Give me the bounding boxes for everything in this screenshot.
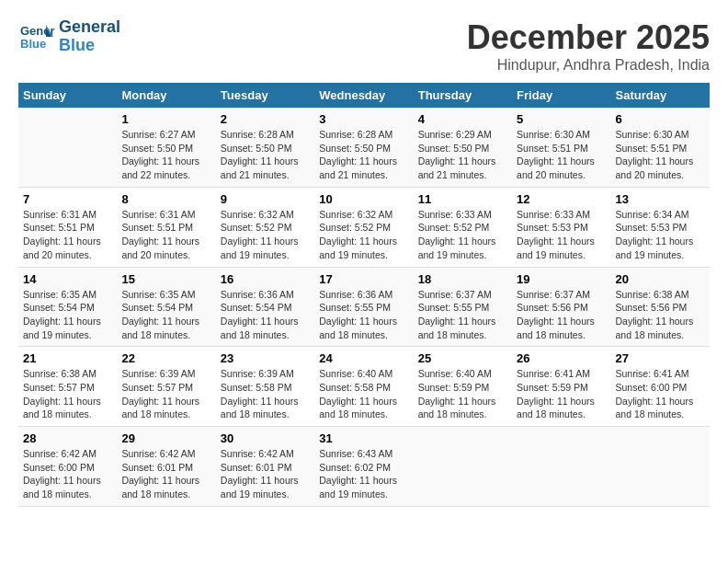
- header-monday: Monday: [117, 83, 215, 108]
- calendar-cell: 2Sunrise: 6:28 AM Sunset: 5:50 PM Daylig…: [216, 108, 314, 187]
- calendar-week-3: 14Sunrise: 6:35 AM Sunset: 5:54 PM Dayli…: [18, 267, 710, 347]
- day-number: 7: [23, 192, 112, 206]
- calendar-cell: 19Sunrise: 6:37 AM Sunset: 5:56 PM Dayli…: [512, 267, 610, 347]
- day-info: Sunrise: 6:35 AM Sunset: 5:54 PM Dayligh…: [121, 288, 210, 342]
- calendar-cell: 16Sunrise: 6:36 AM Sunset: 5:54 PM Dayli…: [216, 267, 314, 347]
- day-number: 25: [418, 351, 507, 365]
- day-info: Sunrise: 6:39 AM Sunset: 5:58 PM Dayligh…: [221, 367, 310, 421]
- day-info: Sunrise: 6:42 AM Sunset: 6:01 PM Dayligh…: [221, 447, 310, 501]
- logo-text: General Blue: [59, 18, 120, 55]
- calendar-cell: 20Sunrise: 6:38 AM Sunset: 5:56 PM Dayli…: [611, 267, 710, 347]
- day-info: Sunrise: 6:32 AM Sunset: 5:52 PM Dayligh…: [221, 208, 310, 262]
- day-info: Sunrise: 6:35 AM Sunset: 5:54 PM Dayligh…: [23, 288, 112, 342]
- header-saturday: Saturday: [611, 83, 710, 108]
- day-number: 9: [221, 192, 310, 206]
- day-number: 19: [517, 272, 606, 286]
- calendar-cell: 5Sunrise: 6:30 AM Sunset: 5:51 PM Daylig…: [512, 108, 610, 187]
- day-number: 29: [121, 431, 210, 445]
- day-info: Sunrise: 6:33 AM Sunset: 5:52 PM Dayligh…: [418, 208, 507, 262]
- day-info: Sunrise: 6:30 AM Sunset: 5:51 PM Dayligh…: [517, 128, 606, 182]
- day-info: Sunrise: 6:37 AM Sunset: 5:56 PM Dayligh…: [517, 288, 606, 342]
- calendar-week-1: 1Sunrise: 6:27 AM Sunset: 5:50 PM Daylig…: [18, 108, 710, 187]
- day-number: 30: [221, 431, 310, 445]
- title-area: December 2025 Hindupur, Andhra Pradesh, …: [467, 18, 710, 74]
- day-number: 6: [616, 112, 705, 126]
- day-number: 11: [418, 192, 507, 206]
- header-sunday: Sunday: [18, 83, 117, 108]
- day-number: 21: [23, 351, 112, 365]
- calendar-week-4: 21Sunrise: 6:38 AM Sunset: 5:57 PM Dayli…: [18, 347, 710, 427]
- day-number: 28: [23, 431, 112, 445]
- svg-text:Blue: Blue: [20, 37, 46, 51]
- day-number: 27: [616, 351, 705, 365]
- calendar-cell: [18, 108, 117, 187]
- day-info: Sunrise: 6:32 AM Sunset: 5:52 PM Dayligh…: [319, 208, 408, 262]
- day-info: Sunrise: 6:38 AM Sunset: 5:57 PM Dayligh…: [23, 367, 112, 421]
- day-info: Sunrise: 6:40 AM Sunset: 5:59 PM Dayligh…: [418, 367, 507, 421]
- header-tuesday: Tuesday: [216, 83, 314, 108]
- calendar-cell: 1Sunrise: 6:27 AM Sunset: 5:50 PM Daylig…: [117, 108, 215, 187]
- calendar-cell: 29Sunrise: 6:42 AM Sunset: 6:01 PM Dayli…: [117, 427, 215, 507]
- day-info: Sunrise: 6:40 AM Sunset: 5:58 PM Dayligh…: [319, 367, 408, 421]
- calendar-cell: 28Sunrise: 6:42 AM Sunset: 6:00 PM Dayli…: [18, 427, 117, 507]
- calendar-cell: 24Sunrise: 6:40 AM Sunset: 5:58 PM Dayli…: [314, 347, 413, 427]
- day-number: 2: [221, 112, 310, 126]
- day-info: Sunrise: 6:29 AM Sunset: 5:50 PM Dayligh…: [418, 128, 507, 182]
- calendar-week-2: 7Sunrise: 6:31 AM Sunset: 5:51 PM Daylig…: [18, 187, 710, 267]
- calendar-cell: 23Sunrise: 6:39 AM Sunset: 5:58 PM Dayli…: [216, 347, 314, 427]
- day-info: Sunrise: 6:38 AM Sunset: 5:56 PM Dayligh…: [616, 288, 705, 342]
- day-number: 5: [517, 112, 606, 126]
- calendar-cell: 3Sunrise: 6:28 AM Sunset: 5:50 PM Daylig…: [314, 108, 413, 187]
- calendar-body: 1Sunrise: 6:27 AM Sunset: 5:50 PM Daylig…: [18, 108, 710, 506]
- day-info: Sunrise: 6:34 AM Sunset: 5:53 PM Dayligh…: [616, 208, 705, 262]
- calendar-cell: 12Sunrise: 6:33 AM Sunset: 5:53 PM Dayli…: [512, 187, 610, 267]
- day-number: 4: [418, 112, 507, 126]
- day-number: 23: [221, 351, 310, 365]
- day-info: Sunrise: 6:28 AM Sunset: 5:50 PM Dayligh…: [221, 128, 310, 182]
- day-number: 26: [517, 351, 606, 365]
- calendar-cell: [414, 427, 512, 507]
- logo: General Blue General Blue: [18, 18, 120, 55]
- calendar-cell: 14Sunrise: 6:35 AM Sunset: 5:54 PM Dayli…: [18, 267, 117, 347]
- day-number: 17: [319, 272, 408, 286]
- day-number: 18: [418, 272, 507, 286]
- day-number: 15: [121, 272, 210, 286]
- calendar-cell: 30Sunrise: 6:42 AM Sunset: 6:01 PM Dayli…: [216, 427, 314, 507]
- day-info: Sunrise: 6:37 AM Sunset: 5:55 PM Dayligh…: [418, 288, 507, 342]
- calendar-cell: 11Sunrise: 6:33 AM Sunset: 5:52 PM Dayli…: [414, 187, 512, 267]
- header-wednesday: Wednesday: [314, 83, 413, 108]
- calendar-cell: 7Sunrise: 6:31 AM Sunset: 5:51 PM Daylig…: [18, 187, 117, 267]
- calendar-cell: 21Sunrise: 6:38 AM Sunset: 5:57 PM Dayli…: [18, 347, 117, 427]
- day-number: 10: [319, 192, 408, 206]
- calendar-cell: 13Sunrise: 6:34 AM Sunset: 5:53 PM Dayli…: [611, 187, 710, 267]
- month-title: December 2025: [467, 18, 710, 57]
- day-number: 13: [616, 192, 705, 206]
- calendar-cell: 9Sunrise: 6:32 AM Sunset: 5:52 PM Daylig…: [216, 187, 314, 267]
- day-number: 1: [121, 112, 210, 126]
- day-info: Sunrise: 6:39 AM Sunset: 5:57 PM Dayligh…: [121, 367, 210, 421]
- calendar-cell: 6Sunrise: 6:30 AM Sunset: 5:51 PM Daylig…: [611, 108, 710, 187]
- day-number: 12: [517, 192, 606, 206]
- calendar-week-5: 28Sunrise: 6:42 AM Sunset: 6:00 PM Dayli…: [18, 427, 710, 507]
- calendar-cell: 27Sunrise: 6:41 AM Sunset: 6:00 PM Dayli…: [611, 347, 710, 427]
- header-friday: Friday: [512, 83, 610, 108]
- calendar-table: SundayMondayTuesdayWednesdayThursdayFrid…: [18, 83, 710, 507]
- calendar-cell: 10Sunrise: 6:32 AM Sunset: 5:52 PM Dayli…: [314, 187, 413, 267]
- day-number: 8: [121, 192, 210, 206]
- calendar-cell: 17Sunrise: 6:36 AM Sunset: 5:55 PM Dayli…: [314, 267, 413, 347]
- calendar-cell: 31Sunrise: 6:43 AM Sunset: 6:02 PM Dayli…: [314, 427, 413, 507]
- day-info: Sunrise: 6:41 AM Sunset: 6:00 PM Dayligh…: [616, 367, 705, 421]
- calendar-cell: 22Sunrise: 6:39 AM Sunset: 5:57 PM Dayli…: [117, 347, 215, 427]
- day-info: Sunrise: 6:42 AM Sunset: 6:00 PM Dayligh…: [23, 447, 112, 501]
- day-info: Sunrise: 6:42 AM Sunset: 6:01 PM Dayligh…: [121, 447, 210, 501]
- day-number: 22: [121, 351, 210, 365]
- day-info: Sunrise: 6:30 AM Sunset: 5:51 PM Dayligh…: [616, 128, 705, 182]
- day-number: 3: [319, 112, 408, 126]
- calendar-cell: 25Sunrise: 6:40 AM Sunset: 5:59 PM Dayli…: [414, 347, 512, 427]
- calendar-cell: 26Sunrise: 6:41 AM Sunset: 5:59 PM Dayli…: [512, 347, 610, 427]
- day-number: 24: [319, 351, 408, 365]
- day-info: Sunrise: 6:27 AM Sunset: 5:50 PM Dayligh…: [121, 128, 210, 182]
- calendar-cell: 4Sunrise: 6:29 AM Sunset: 5:50 PM Daylig…: [414, 108, 512, 187]
- logo-icon: General Blue: [18, 20, 55, 52]
- day-number: 31: [319, 431, 408, 445]
